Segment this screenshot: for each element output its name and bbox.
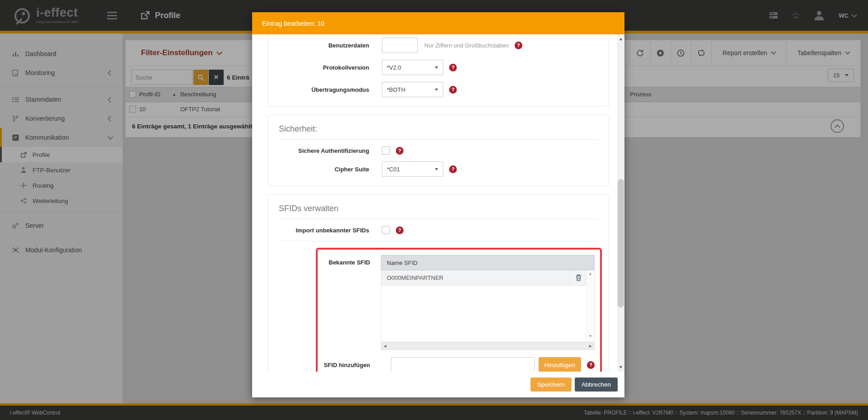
sfid-table-body: O000MEINPARTNER ▲ ▼ <box>381 270 595 342</box>
scroll-down-icon[interactable]: ▼ <box>586 334 594 340</box>
uebertragungsmodus-value: *BOTH <box>387 86 405 93</box>
help-icon[interactable]: ? <box>449 64 457 71</box>
help-icon[interactable]: ? <box>515 42 522 49</box>
uebertragungsmodus-label: Übertragungsmodus <box>279 86 369 93</box>
benutzerdaten-hint: Nur Ziffern und Großbuchstaben <box>424 42 509 49</box>
sfids-panel: SFIDs verwalten Import unbekannter SFIDs… <box>267 194 609 372</box>
help-icon[interactable]: ? <box>449 86 457 94</box>
sfid-add-button[interactable]: Hinzufügen <box>539 357 581 372</box>
cipher-suite-label: Cipher Suite <box>279 166 369 173</box>
sfid-add-label: SFID hinzufügen <box>323 362 370 368</box>
cancel-button[interactable]: Abbrechen <box>575 378 618 392</box>
protokollversion-value: *V2.0 <box>387 64 401 71</box>
trash-icon <box>576 274 582 281</box>
bekannte-sfid-row: Bekannte SFID Name SFID O000MEINPARTNER <box>323 255 595 350</box>
cipher-suite-value: *C01 <box>387 166 400 173</box>
scroll-up-icon[interactable]: ▲ <box>586 272 594 278</box>
connection-settings-panel: Benutzerdaten Nur Ziffern und Großbuchst… <box>267 34 609 107</box>
benutzerdaten-row: Benutzerdaten Nur Ziffern und Großbuchst… <box>279 38 598 53</box>
caret-down-icon <box>435 168 438 170</box>
sfid-table-header: Name SFID <box>381 255 595 270</box>
import-sfids-row: Import unbekannter SFIDs ? <box>279 226 598 234</box>
sichere-authentifizierung-label: Sichere Authentifizierung <box>279 147 369 154</box>
sfid-vertical-scrollbar[interactable]: ▲ ▼ <box>586 270 594 342</box>
sfid-column-header: Name SFID <box>387 260 418 266</box>
help-icon[interactable]: ? <box>396 147 404 155</box>
modal-scrollbar[interactable]: ▲ ▼ <box>617 34 624 372</box>
protokollversion-row: Protokollversion *V2.0 ? <box>279 60 598 75</box>
page: i-effect integrated solutions for IBM i … <box>0 0 868 420</box>
sicherheit-panel: Sicherheit: Sichere Authentifizierung ? … <box>267 115 609 186</box>
save-button[interactable]: Speichern <box>530 378 572 392</box>
modal-title: Eintrag bearbeiten: 10 <box>262 20 324 27</box>
bekannte-sfid-label: Bekannte SFID <box>323 259 370 266</box>
help-icon[interactable]: ? <box>396 227 404 234</box>
protokollversion-select[interactable]: *V2.0 <box>382 60 443 75</box>
sfid-add-input[interactable] <box>391 357 535 372</box>
scrollbar-thumb[interactable] <box>618 179 624 307</box>
scroll-left-icon[interactable]: ◀ <box>384 344 386 348</box>
import-sfids-checkbox[interactable] <box>382 226 390 234</box>
scroll-down-icon[interactable]: ▼ <box>617 363 624 371</box>
scroll-right-icon[interactable]: ▶ <box>589 344 592 348</box>
uebertragungsmodus-row: Übertragungsmodus *BOTH ? <box>279 82 598 97</box>
benutzerdaten-label: Benutzerdaten <box>279 42 369 49</box>
sfid-table: Name SFID O000MEINPARTNER <box>381 255 595 350</box>
sfid-highlight-box: Bekannte SFID Name SFID O000MEINPARTNER <box>316 248 602 372</box>
caret-down-icon <box>435 66 438 69</box>
delete-sfid-button[interactable] <box>570 270 586 285</box>
help-icon[interactable]: ? <box>449 165 457 173</box>
protokollversion-label: Protokollversion <box>279 64 369 71</box>
sichere-authentifizierung-checkbox[interactable] <box>382 146 390 155</box>
sfid-add-row: SFID hinzufügen Hinzufügen ? <box>323 357 595 372</box>
sfid-name: O000MEINPARTNER <box>381 270 570 285</box>
sichere-authentifizierung-row: Sichere Authentifizierung ? <box>279 146 598 155</box>
cipher-suite-row: Cipher Suite *C01 ? <box>279 161 598 177</box>
import-sfids-label: Import unbekannter SFIDs <box>279 227 369 234</box>
sfid-horizontal-scrollbar[interactable]: ◀ ▶ <box>381 342 595 350</box>
sfid-row[interactable]: O000MEINPARTNER <box>381 270 594 286</box>
modal-footer: Speichern Abbrechen <box>252 372 624 397</box>
cipher-suite-select[interactable]: *C01 <box>382 161 443 177</box>
sfids-heading: SFIDs verwalten <box>279 202 598 219</box>
help-icon[interactable]: ? <box>587 361 595 369</box>
modal-body: Benutzerdaten Nur Ziffern und Großbuchst… <box>252 34 624 372</box>
benutzerdaten-input[interactable] <box>382 38 418 53</box>
scroll-up-icon[interactable]: ▲ <box>617 35 624 42</box>
divider <box>279 241 598 241</box>
modal-header: Eintrag bearbeiten: 10 <box>252 12 624 34</box>
uebertragungsmodus-select[interactable]: *BOTH <box>382 82 443 97</box>
sicherheit-heading: Sicherheit: <box>279 123 598 140</box>
edit-entry-modal: Eintrag bearbeiten: 10 Benutzerdaten Nur… <box>252 12 624 397</box>
caret-down-icon <box>435 89 438 91</box>
